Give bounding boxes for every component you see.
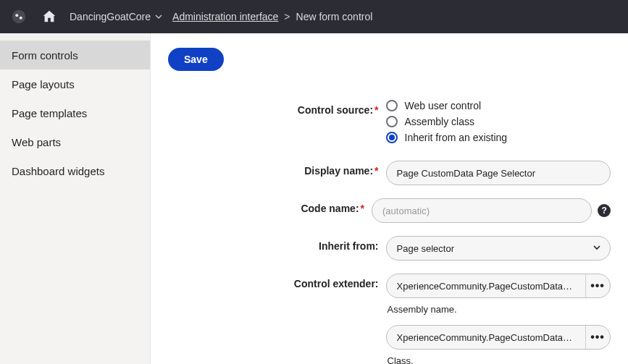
radio-assembly-class[interactable]: Assembly class (386, 116, 611, 127)
breadcrumb-link-admin[interactable]: Administration interface (172, 11, 278, 22)
more-icon[interactable]: ••• (585, 274, 610, 297)
help-assembly-name: Assembly name. (388, 304, 611, 315)
site-selector[interactable]: DancingGoatCore (70, 11, 162, 22)
svg-point-1 (15, 14, 18, 17)
topbar: DancingGoatCore Administration interface… (0, 0, 628, 33)
sidebar-item-web-parts[interactable]: Web parts (0, 127, 150, 156)
sidebar-item-page-templates[interactable]: Page templates (0, 98, 150, 127)
display-name-input[interactable] (386, 161, 611, 185)
label-code-name: Code name:* (269, 198, 372, 214)
more-icon[interactable]: ••• (585, 326, 610, 349)
sidebar-item-form-controls[interactable]: Form controls (0, 41, 150, 69)
save-button[interactable]: Save (168, 48, 224, 71)
site-name: DancingGoatCore (70, 11, 151, 22)
chevron-down-icon (592, 242, 602, 253)
app-logo-icon[interactable] (9, 7, 29, 27)
help-icon[interactable]: ? (598, 204, 611, 217)
code-name-input[interactable] (372, 198, 592, 223)
extender-assembly-input[interactable]: XperienceCommunity.PageCustomDataCon… ••… (386, 274, 611, 298)
chevron-down-icon (155, 13, 162, 20)
sidebar-item-dashboard-widgets[interactable]: Dashboard widgets (0, 156, 150, 185)
radio-icon (386, 132, 398, 143)
label-display-name: Display name:* (269, 161, 386, 177)
sidebar-item-page-layouts[interactable]: Page layouts (0, 69, 150, 98)
radio-icon (386, 100, 398, 111)
radio-icon (386, 116, 398, 127)
radio-inherit-existing[interactable]: Inherit from an existing (386, 132, 611, 143)
breadcrumb: Administration interface > New form cont… (172, 11, 372, 22)
breadcrumb-current: New form control (296, 11, 373, 22)
svg-point-0 (12, 10, 25, 23)
label-control-extender: Control extender: (269, 274, 386, 289)
sidebar: Form controls Page layouts Page template… (0, 33, 151, 364)
svg-point-2 (20, 17, 22, 20)
label-inherit-from: Inherit from: (269, 236, 386, 252)
inherit-from-select[interactable]: Page selector (386, 236, 611, 261)
breadcrumb-sep: > (284, 11, 290, 22)
help-class: Class. (388, 355, 611, 364)
radio-web-user-control[interactable]: Web user control (386, 100, 611, 111)
label-control-source: Control source:* (269, 100, 386, 116)
extender-class-input[interactable]: XperienceCommunity.PageCustomDataCon… ••… (386, 325, 611, 350)
home-icon[interactable] (39, 7, 59, 27)
content-pane: Save Control source:* Web user control A… (151, 33, 628, 364)
